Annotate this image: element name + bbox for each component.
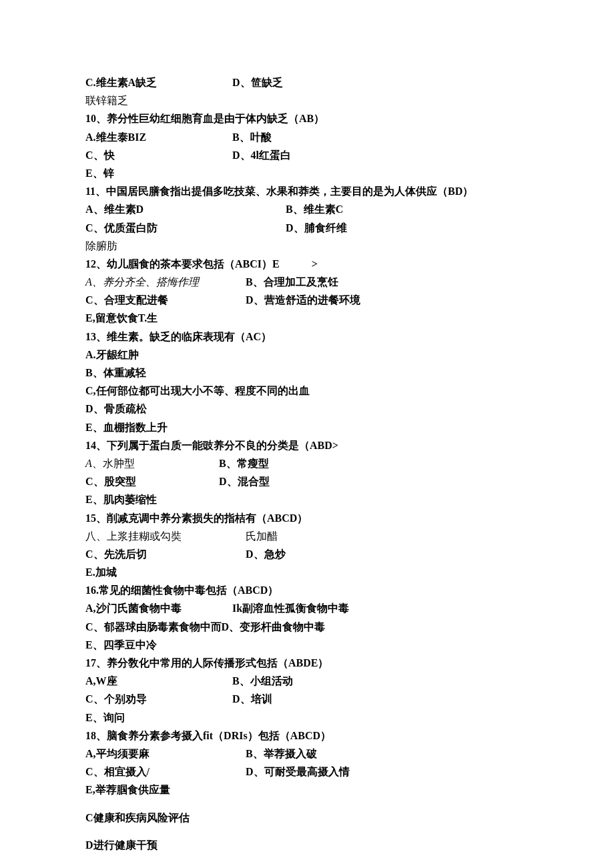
- q14-option-c: C、股突型: [85, 472, 219, 490]
- q12-option-c: C、合理支配进餐: [85, 291, 246, 309]
- q16-option-e: E、四季豆中冷: [85, 636, 529, 654]
- q10-option-e: E、锌: [85, 164, 529, 182]
- q17-option-a: A,W座: [85, 672, 232, 690]
- q15-stem: 15、削减克调中养分素损失的指桔有（ABCD）: [85, 509, 529, 527]
- q18-option-b: B、举荐摄入破: [246, 745, 317, 763]
- q13-option-a: A.牙龈红肿: [85, 346, 529, 364]
- q9-extra: 联锌籍乏: [85, 91, 529, 109]
- q14-option-a: AA、水肿型、水肿型: [85, 454, 219, 472]
- q12-stem-suf: >: [312, 258, 318, 270]
- q16-stem: 16.常见的细菌性食物中毒包括（ABCD）: [85, 581, 529, 599]
- q10-options-cd: C、快 D、4l红蛋白: [85, 146, 529, 164]
- q15-option-a: 八、上浆挂糊或勾奘: [85, 527, 246, 545]
- q11-options-ab: A、维生素D B、维生素C: [85, 200, 529, 218]
- q12-option-d: D、营造舒适的进餐环境: [246, 291, 360, 309]
- q11-option-c: C、优质蛋白防: [85, 219, 286, 237]
- q10-stem: 10、养分性巨幼红细胞育血是由于体内缺乏（AB）: [85, 109, 529, 127]
- q14-options-cd: C、股突型 D、混合型: [85, 472, 529, 490]
- q14-options-ab: AA、水肿型、水肿型 B、常瘦型: [85, 454, 529, 472]
- q17-option-b: B、小组活动: [232, 672, 293, 690]
- q18-stem: 18、脑食养分素参考摄入fit（DRIs）包括（ABCD）: [85, 727, 529, 745]
- q15-option-e: E.加城: [85, 563, 529, 581]
- q14-option-b: B、常瘦型: [219, 454, 269, 472]
- q17-option-d: D、培训: [232, 690, 272, 708]
- q14-stem: 14、下列属于蛋白质一能豉养分不良的分类是（ABD>: [85, 436, 529, 454]
- q17-option-c: C、个别劝导: [85, 690, 232, 708]
- q12-stem-pre: 12、幼儿腘食的茶本要求包括（ABCI）E: [85, 258, 280, 270]
- tail-line-d: D进行健康干预: [85, 836, 529, 854]
- q18-options-ab: A,平均须要麻 B、举荐摄入破: [85, 745, 529, 763]
- q15-options-ab: 八、上浆挂糊或勾奘 氏加醋: [85, 527, 529, 545]
- q18-option-a: A,平均须要麻: [85, 745, 246, 763]
- q16-option-a: A,沙门氏菌食物中毒: [85, 599, 232, 617]
- q11-option-b: B、维生素C: [286, 200, 343, 218]
- q12-option-b: B、合理加工及烹饪: [246, 273, 338, 291]
- q16-options-ab: A,沙门氏菌食物中毒 Ik副溶血性孤衡食物中毒: [85, 599, 529, 617]
- q17-options-ab: A,W座 B、小组活动: [85, 672, 529, 690]
- q11-option-a: A、维生素D: [85, 200, 286, 218]
- q13-option-e: E、血棚指数上升: [85, 418, 529, 436]
- q15-option-c: C、先洗后切: [85, 545, 246, 563]
- q18-option-e: E,举荐腘食供应量: [85, 781, 529, 799]
- q9-option-c: C.维生素A缺乏: [85, 73, 232, 91]
- q15-option-d: D、急炒: [246, 545, 286, 563]
- q11-extra: 除腑肪: [85, 237, 529, 255]
- document-page: C.维生素A缺乏 D、笸缺乏 联锌籍乏 10、养分性巨幼红细胞育血是由于体内缺乏…: [0, 0, 614, 868]
- q12-option-a: A、养分齐全、搭悔作理: [85, 273, 246, 291]
- q12-options-cd: C、合理支配进餐 D、营造舒适的进餐环境: [85, 291, 529, 309]
- q12-stem: 12、幼儿腘食的茶本要求包括（ABCI）E >: [85, 255, 529, 273]
- q13-option-b: B、体重减轻: [85, 364, 529, 382]
- q17-options-cd: C、个别劝导 D、培训: [85, 690, 529, 708]
- q18-options-cd: C、相宜摄入/ D、可耐受最高摄入情: [85, 763, 529, 781]
- q10-options-ab: A.维生泰BIZ B、叶酸: [85, 128, 529, 146]
- q10-option-b: B、叶酸: [232, 128, 272, 146]
- q9-options-cd: C.维生素A缺乏 D、笸缺乏: [85, 73, 529, 91]
- q14-option-d: D、混合型: [219, 472, 270, 490]
- q13-option-c: C,任何部位都可出现大小不等、程度不同的出血: [85, 382, 529, 400]
- q18-option-d: D、可耐受最高摄入情: [246, 763, 350, 781]
- q13-stem: 13、维生素。缺乏的临床表现有（AC）: [85, 328, 529, 346]
- q13-option-d: D、骨质疏松: [85, 400, 529, 418]
- q9-option-d: D、笸缺乏: [232, 73, 283, 91]
- q10-option-d: D、4l红蛋白: [232, 146, 291, 164]
- q11-option-d: D、脯食纤维: [286, 219, 347, 237]
- q17-stem: 17、养分敎化中常用的人际传播形式包括（ABDE）: [85, 654, 529, 672]
- q16-option-cd: C、郁器球由肠毒素食物中而D、变形杆曲食物中毒: [85, 618, 529, 636]
- q15-option-b: 氏加醋: [246, 527, 278, 545]
- q12-option-e: E,留意饮食T.生: [85, 309, 529, 327]
- q11-stem: 11、中国居民膳食指出提倡多吃技菜、水果和莽类，主要目的是为人体供应（BD）: [85, 182, 529, 200]
- q15-options-cd: C、先洗后切 D、急炒: [85, 545, 529, 563]
- q10-option-c: C、快: [85, 146, 232, 164]
- q16-option-b: Ik副溶血性孤衡食物中毒: [232, 599, 349, 617]
- q10-option-a: A.维生泰BIZ: [85, 128, 232, 146]
- q14-option-e: E、肌肉萎缩性: [85, 490, 529, 508]
- q17-option-e: E、询问: [85, 709, 529, 727]
- q11-options-cd: C、优质蛋白防 D、脯食纤维: [85, 219, 529, 237]
- q18-option-c: C、相宜摄入/: [85, 763, 246, 781]
- q12-options-ab: A、养分齐全、搭悔作理 B、合理加工及烹饪: [85, 273, 529, 291]
- tail-line-c: C健康和疾病风险评估: [85, 809, 529, 827]
